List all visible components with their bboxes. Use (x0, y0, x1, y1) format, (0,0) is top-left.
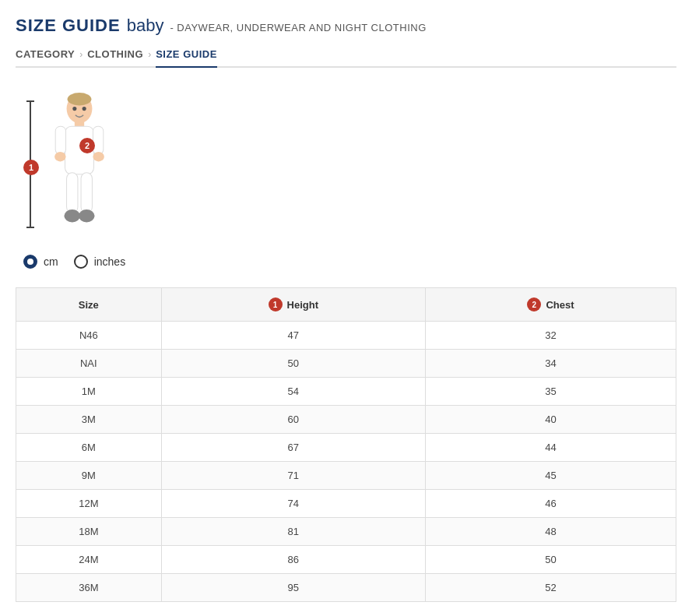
cell-size: 3M (16, 406, 162, 434)
table-row: 6M6744 (16, 434, 676, 462)
table-row: 1M5435 (16, 378, 676, 406)
col-header-height: 1 Height (161, 288, 425, 322)
radio-inches[interactable] (74, 255, 88, 269)
cell-chest: 44 (425, 434, 676, 462)
measurement-line-top (26, 100, 34, 102)
cell-chest: 48 (425, 518, 676, 546)
cell-height: 54 (161, 378, 425, 406)
cell-chest: 40 (425, 406, 676, 434)
breadcrumb-sep-1: › (79, 49, 83, 60)
title-size-guide: SIZE GUIDE (16, 16, 121, 36)
svg-rect-4 (55, 126, 65, 154)
cell-size: 24M (16, 546, 162, 574)
cell-height: 86 (161, 546, 425, 574)
cell-height: 74 (161, 490, 425, 518)
cell-height: 81 (161, 518, 425, 546)
cell-height: 95 (161, 574, 425, 602)
svg-point-6 (54, 152, 65, 161)
table-row: 36M9552 (16, 574, 676, 602)
table-row: 3M6040 (16, 406, 676, 434)
cell-height: 50 (161, 350, 425, 378)
title-baby: baby (127, 16, 164, 36)
size-table: Size 1 Height 2 Chest N464732NAI50341M54… (16, 287, 676, 602)
cell-height: 67 (161, 434, 425, 462)
svg-point-12 (72, 107, 76, 111)
cell-size: 12M (16, 490, 162, 518)
breadcrumb-category[interactable]: CATEGORY (16, 48, 75, 60)
table-row: 9M7145 (16, 462, 676, 490)
measurement-line-bottom (26, 227, 34, 228)
unit-selector: cm inches (16, 255, 676, 269)
chest-badge: 2 (527, 297, 541, 312)
cell-chest: 46 (425, 490, 676, 518)
table-row: N464732 (16, 322, 676, 350)
title-subtitle: - DAYWEAR, UNDERWEAR AND NIGHT CLOTHING (170, 22, 426, 33)
cell-height: 60 (161, 406, 425, 434)
page-title-section: SIZE GUIDE baby - DAYWEAR, UNDERWEAR AND… (16, 16, 676, 36)
cell-chest: 34 (425, 350, 676, 378)
badge-2: 2 (79, 138, 95, 153)
breadcrumb-sep-2: › (148, 49, 151, 60)
height-badge: 1 (269, 297, 283, 312)
badge-1: 1 (23, 160, 39, 175)
cell-size: NAI (16, 350, 162, 378)
cell-height: 71 (161, 462, 425, 490)
unit-cm-label: cm (44, 255, 58, 268)
breadcrumb-clothing[interactable]: CLOTHING (87, 48, 143, 60)
svg-point-1 (68, 93, 92, 105)
svg-point-11 (79, 209, 95, 222)
svg-rect-9 (81, 173, 92, 213)
svg-point-13 (83, 107, 86, 111)
baby-figure-svg (40, 91, 118, 239)
breadcrumb: CATEGORY › CLOTHING › SIZE GUIDE (16, 48, 676, 68)
page-wrapper: SIZE GUIDE baby - DAYWEAR, UNDERWEAR AND… (0, 0, 692, 616)
table-row: 18M8148 (16, 518, 676, 546)
table-row: 24M8650 (16, 546, 676, 574)
svg-point-7 (93, 152, 104, 161)
cell-chest: 35 (425, 378, 676, 406)
cell-size: 36M (16, 574, 162, 602)
table-row: 12M7446 (16, 490, 676, 518)
unit-inches-label: inches (94, 255, 125, 268)
cell-size: 6M (16, 434, 162, 462)
breadcrumb-size-guide[interactable]: SIZE GUIDE (156, 48, 217, 68)
radio-cm[interactable] (23, 255, 37, 269)
cell-chest: 50 (425, 546, 676, 574)
cell-height: 47 (161, 322, 425, 350)
table-row: NAI5034 (16, 350, 676, 378)
unit-inches-option[interactable]: inches (74, 255, 125, 269)
table-body: N464732NAI50341M54353M60406M67449M714512… (16, 322, 676, 602)
cell-chest: 52 (425, 574, 676, 602)
cell-chest: 32 (425, 322, 676, 350)
cell-size: 18M (16, 518, 162, 546)
cell-chest: 45 (425, 462, 676, 490)
figure-section: 1 (23, 91, 148, 247)
svg-point-10 (64, 209, 80, 222)
col-header-chest: 2 Chest (425, 288, 676, 322)
svg-rect-2 (75, 120, 84, 126)
cell-size: 9M (16, 462, 162, 490)
table-header-row: Size 1 Height 2 Chest (16, 288, 676, 322)
cell-size: 1M (16, 378, 162, 406)
svg-rect-5 (93, 126, 103, 154)
cell-size: N46 (16, 322, 162, 350)
unit-cm-option[interactable]: cm (23, 255, 58, 269)
svg-rect-8 (67, 173, 78, 213)
col-header-size: Size (16, 288, 162, 322)
